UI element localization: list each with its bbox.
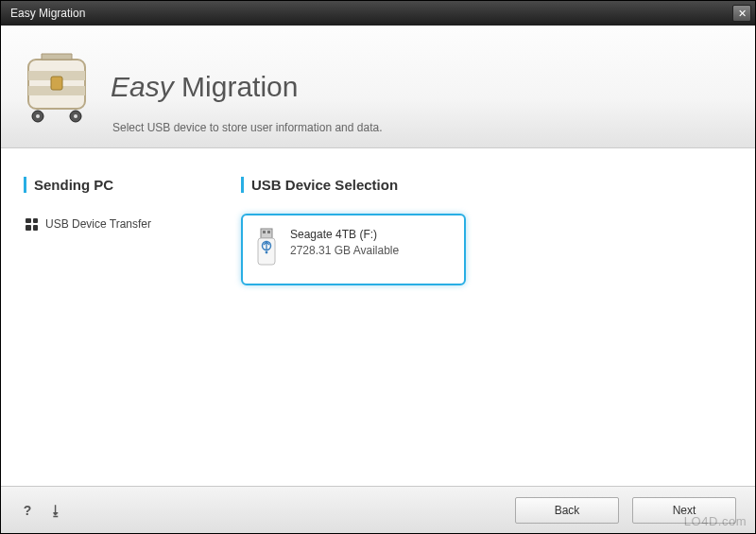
- app-title: Easy Migration: [111, 71, 298, 103]
- back-button[interactable]: Back: [515, 497, 619, 524]
- help-icon: ?: [24, 503, 32, 518]
- suitcase-icon: [20, 44, 94, 129]
- close-button[interactable]: ✕: [732, 5, 751, 22]
- header-subtitle: Select USB device to store user informat…: [112, 121, 383, 134]
- sidebar-item-usb-transfer[interactable]: USB Device Transfer: [24, 214, 213, 234]
- device-available: 2728.31 GB Available: [290, 243, 399, 259]
- download-button[interactable]: ⭳: [48, 503, 63, 518]
- next-button[interactable]: Next: [632, 497, 736, 524]
- device-name: Seagate 4TB (F:): [290, 227, 399, 243]
- device-text: Seagate 4TB (F:) 2728.31 GB Available: [290, 227, 399, 272]
- device-card[interactable]: Seagate 4TB (F:) 2728.31 GB Available: [241, 214, 466, 285]
- svg-rect-8: [261, 229, 272, 238]
- close-icon: ✕: [738, 8, 747, 20]
- download-icon: ⭳: [49, 503, 62, 518]
- content: Sending PC USB Device Transfer USB Devic…: [1, 148, 755, 486]
- window-title: Easy Migration: [10, 7, 732, 20]
- app-title-bold: Migration: [181, 71, 298, 102]
- main-panel: USB Device Selection Seagate 4TB (F:): [241, 177, 732, 476]
- usb-flash-icon: [252, 227, 281, 272]
- svg-rect-9: [263, 231, 266, 233]
- svg-point-7: [74, 114, 77, 118]
- sidebar: Sending PC USB Device Transfer: [24, 177, 213, 476]
- app-title-light: Easy: [111, 71, 174, 102]
- svg-point-13: [266, 251, 268, 254]
- app-window: Easy Migration ✕ Easy Migration Select U…: [0, 0, 756, 534]
- usb-grid-icon: [26, 218, 38, 231]
- svg-point-6: [36, 114, 40, 118]
- svg-rect-10: [267, 231, 270, 233]
- sidebar-title: Sending PC: [24, 177, 213, 193]
- svg-rect-3: [51, 77, 62, 90]
- sidebar-item-label: USB Device Transfer: [45, 217, 151, 231]
- main-title: USB Device Selection: [241, 177, 732, 193]
- header: Easy Migration Select USB device to stor…: [1, 26, 755, 148]
- titlebar: Easy Migration ✕: [1, 1, 755, 26]
- footer: ? ⭳ Back Next: [1, 486, 755, 533]
- help-button[interactable]: ?: [20, 503, 35, 518]
